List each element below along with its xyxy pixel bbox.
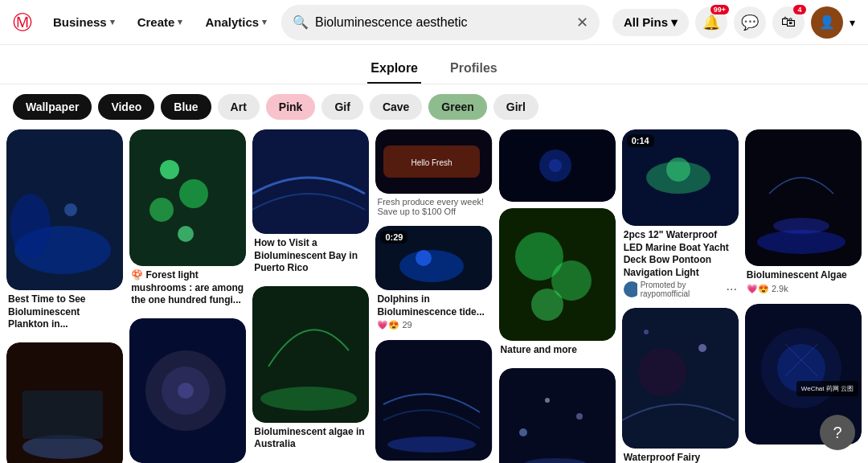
nav-business[interactable]: Business ▾ (45, 10, 123, 34)
all-pins-label: All Pins (624, 15, 668, 29)
pin-info: Bioluminescent algae in Australia (252, 423, 369, 456)
messages-button[interactable]: 💬 (734, 6, 766, 39)
pin-title: Best Time to See Bioluminescent Plankton… (8, 293, 121, 331)
search-bar[interactable]: 🔍 ✕ (281, 5, 600, 40)
help-button[interactable]: ? (820, 415, 855, 450)
pin-card[interactable]: Loon Peak Rustic Farmhouse Solid Wood Be… (129, 318, 246, 463)
svg-point-47 (644, 330, 649, 334)
header: Ⓜ Business ▾ Create ▾ Analytics ▾ 🔍 ✕ Al… (0, 0, 868, 45)
filter-video[interactable]: Video (98, 94, 154, 120)
filter-green[interactable]: Green (428, 94, 486, 120)
svg-point-18 (260, 387, 357, 411)
svg-point-23 (399, 250, 464, 282)
pin-card[interactable]: Nature and more (499, 208, 616, 362)
pin-title: Nature and more (501, 344, 614, 357)
svg-point-11 (178, 226, 194, 242)
pin-info: How to Visit a Bioluminescent Bay in Pue… (252, 234, 369, 280)
all-pins-button[interactable]: All Pins ▾ (612, 9, 689, 36)
filter-gif[interactable]: Gif (321, 94, 362, 120)
search-icon: 🔍 (293, 14, 309, 30)
video-duration-badge: 0:14 (627, 134, 654, 147)
pin-card[interactable]: Waterproof Fairy Lights... V Promoted by… (622, 308, 739, 463)
tabs: Explore Profiles (0, 45, 868, 84)
chevron-down-icon[interactable]: ▾ (850, 16, 855, 29)
svg-point-46 (698, 344, 706, 352)
pin-card[interactable]: 🍄 Forest light mushrooms : are among the… (129, 129, 246, 312)
pin-card[interactable]: 0:14 2pcs 12" Waterproof LED Marine Boat… (622, 129, 739, 301)
pin-sub: Fresh produce every week! Save up to $10… (377, 197, 490, 216)
tab-explore[interactable]: Explore (367, 55, 421, 84)
shopping-badge: 4 (793, 5, 806, 14)
search-clear-button[interactable]: ✕ (576, 14, 588, 31)
pin-info: Dolphins in Bioluminescence tide... 💗😍 2… (375, 290, 492, 334)
header-right: All Pins ▾ 🔔 99+ 💬 🛍 4 👤 ▾ (612, 6, 855, 39)
promoted-row: Promoted by raypomofficial ··· (624, 281, 737, 298)
promoted-avatar (624, 281, 637, 297)
shopping-button[interactable]: 🛍 4 (772, 6, 805, 39)
svg-point-24 (416, 250, 432, 266)
svg-point-37 (519, 428, 527, 436)
svg-point-45 (638, 348, 686, 396)
pin-card[interactable]: How to Visit a Bioluminescent Bay in Pue… (252, 129, 369, 280)
logo-area[interactable]: Ⓜ (13, 10, 32, 35)
pin-info: Bioluminescent Algae 💗😍 2.9k (745, 266, 862, 297)
svg-point-33 (531, 289, 563, 321)
notification-badge: 99+ (710, 5, 729, 14)
pin-card[interactable]: Bioluminescent Beach – Blue Light Beach … (375, 340, 492, 463)
filter-art[interactable]: Art (218, 94, 260, 120)
pin-title: Bioluminescent algae in Australia (254, 426, 367, 451)
search-input[interactable] (315, 15, 570, 30)
chevron-down-icon: ▾ (262, 17, 267, 27)
pin-card[interactable]: 0:29 Dolphins in Bioluminescence tide...… (375, 226, 492, 334)
svg-rect-16 (252, 129, 369, 234)
notifications-button[interactable]: 🔔 99+ (695, 6, 727, 39)
chevron-down-icon: ▾ (178, 17, 182, 27)
svg-point-39 (545, 398, 550, 403)
filter-cave[interactable]: Cave (370, 94, 422, 120)
pin-card[interactable]: Bioluminescent algae in Australia (252, 286, 369, 456)
nav-analytics-label: Analytics (205, 15, 259, 29)
svg-point-2 (10, 194, 51, 258)
pin-card[interactable]: Bioluminescent algae appearing on a beac… (6, 342, 123, 463)
svg-point-43 (624, 281, 637, 297)
filter-girl[interactable]: Girl (493, 94, 538, 120)
pin-card[interactable]: Bioluminescent Beach scene (499, 368, 616, 463)
wechat-overlay: WeChat 药网 云图 (796, 381, 858, 396)
nav-create-label: Create (137, 15, 175, 29)
filter-blue[interactable]: Blue (161, 94, 211, 120)
pin-reactions: 💗😍 2.9k (747, 284, 860, 294)
svg-point-15 (178, 383, 194, 399)
video-duration-badge: 0:29 (380, 231, 407, 244)
pin-title: Dolphins in Bioluminescence tide... (377, 293, 490, 318)
pin-info: 2pcs 12" Waterproof LED Marine Boat Yach… (622, 226, 739, 301)
svg-point-42 (666, 158, 690, 182)
pin-title: 🍄 Forest light mushrooms : are among the… (131, 269, 244, 307)
svg-point-52 (773, 218, 829, 234)
pin-card[interactable]: Hello Fresh Fresh produce every week! Sa… (375, 129, 492, 219)
pin-card[interactable] (499, 129, 616, 202)
chevron-down-icon: ▾ (110, 17, 115, 27)
pin-info: Fresh produce every week! Save up to $10… (375, 194, 492, 219)
chevron-down-icon: ▾ (671, 15, 678, 30)
filter-pink[interactable]: Pink (266, 94, 316, 120)
pin-card[interactable]: Bioluminescent Algae 💗😍 2.9k (745, 129, 862, 297)
pin-card[interactable]: Best Time to See Bioluminescent Plankton… (6, 129, 123, 336)
nav-create[interactable]: Create ▾ (129, 10, 191, 34)
filter-bar: Wallpaper Video Blue Art Pink Gif Cave G… (0, 84, 868, 129)
pin-info: Best Time to See Bioluminescent Plankton… (6, 290, 123, 336)
pin-title: Bioluminescent Algae (747, 269, 860, 282)
pin-title: How to Visit a Bioluminescent Bay in Pue… (254, 237, 367, 275)
pin-info: 🍄 Forest light mushrooms : are among the… (129, 266, 246, 312)
nav-business-label: Business (53, 15, 107, 29)
avatar[interactable]: 👤 (811, 6, 843, 39)
promoted-label: Promoted by raypomofficial (641, 281, 723, 298)
nav-analytics[interactable]: Analytics ▾ (197, 10, 275, 34)
svg-point-38 (576, 413, 583, 420)
svg-point-10 (149, 198, 174, 222)
pin-title: Waterproof Fairy Lights... (624, 452, 737, 463)
more-options-button[interactable]: ··· (727, 282, 737, 297)
svg-rect-34 (499, 368, 616, 463)
filter-wallpaper[interactable]: Wallpaper (13, 94, 92, 120)
pinterest-logo-icon[interactable]: Ⓜ (13, 10, 32, 35)
tab-profiles[interactable]: Profiles (447, 55, 501, 84)
